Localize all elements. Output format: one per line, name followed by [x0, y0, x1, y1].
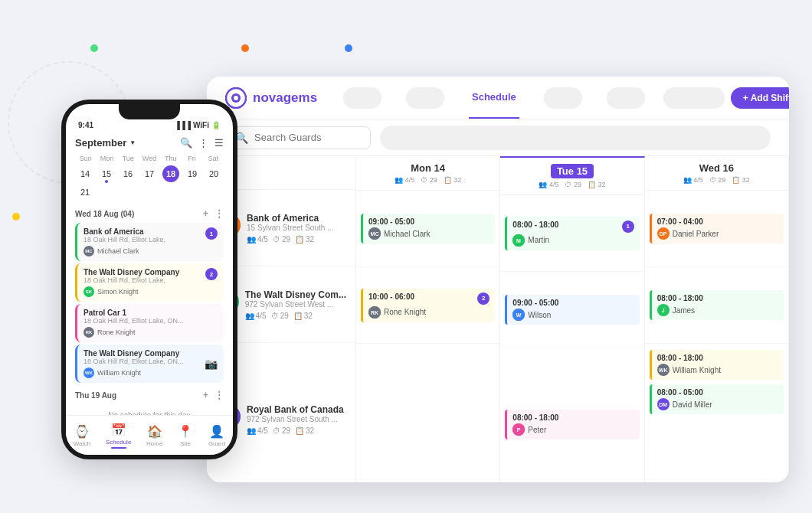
phone-header-icons: 🔍 ⋮ ☰ [180, 137, 224, 149]
deco-dot-blue [345, 44, 352, 52]
tab-schedule[interactable]: Schedule [469, 77, 519, 119]
day-name-wed: Wed 16 [648, 162, 785, 174]
menu-icon[interactable]: ☰ [214, 137, 224, 149]
phone-guard-boa: MC Michael Clark [83, 246, 218, 256]
shift-boa-tue: 08:00 - 18:00 1 M Martin [500, 195, 643, 272]
add-icon[interactable]: + [203, 208, 208, 219]
cal-days: 14 15 16 17 18 19 20 21 [75, 165, 224, 201]
bottom-tab-watch[interactable]: ⌚ Watch [74, 424, 90, 447]
add-shift-button[interactable]: + Add Shift [731, 87, 789, 109]
cal-day-16[interactable]: 16 [120, 165, 136, 182]
shift-card-disney-tue[interactable]: 09:00 - 05:00 W Wilson [505, 295, 639, 325]
logo-icon [225, 87, 247, 109]
bottom-tab-home[interactable]: 🏠 Home [146, 424, 162, 447]
add-icon-thu[interactable]: + [203, 390, 208, 400]
shift-disney-mon: 10:00 - 06:00 2 RK Rone Knight [356, 267, 499, 344]
phone-badge-boa: 1 [205, 227, 218, 240]
more-icon[interactable]: ⋮ [198, 137, 208, 149]
phone-shift-disney[interactable]: The Walt Disney Company 18 Oak Hill Rd, … [75, 263, 224, 302]
more-section-icon-thu[interactable]: ⋮ [214, 390, 224, 400]
shift-card-boa-mon[interactable]: 09:00 - 05:00 MC Michael Clark [361, 214, 495, 243]
phone-notch [119, 104, 180, 119]
month-title: September ▼ [75, 137, 136, 149]
day-header-tue: Tue 15 👥 4/5 ⏱ 29 📋 32 [500, 158, 643, 195]
site-addr-boa: 15 Sylvan Street South ... [247, 224, 333, 232]
mon-cells: 09:00 - 05:00 MC Michael Clark [356, 191, 499, 482]
phone-bottom-bar: ⌚ Watch 📅 Schedule 🏠 Home 📍 Site 👤 Guard [66, 415, 233, 455]
cal-day-20[interactable]: 20 [205, 165, 222, 182]
section-icons-thu: + ⋮ [203, 390, 224, 400]
shift-card-boa-wed[interactable]: 07:00 - 04:00 DP Daniel Parker [650, 214, 784, 243]
search-box[interactable]: 🔍 [225, 126, 371, 149]
bottom-tab-guard[interactable]: 👤 Guard [208, 424, 225, 447]
bottom-tab-schedule[interactable]: 📅 Schedule [106, 423, 131, 449]
tab-pill-2 [406, 87, 444, 109]
phone-guard-disney2: WK William Knight [83, 368, 184, 378]
phone-addr-disney2: 18 Oak Hill Rd, Elliot Lake, ON... [83, 358, 184, 365]
phone-company-disney: The Walt Disney Company [83, 268, 179, 276]
shift-time-disney-wed: 08:00 - 18:00 [657, 294, 778, 302]
shift-time-disney-tue: 09:00 - 05:00 [512, 299, 634, 307]
avatar-michael: MC [368, 227, 381, 240]
empty-rbc-mon [356, 344, 499, 482]
badge-boa-tue: 1 [622, 221, 634, 233]
svg-text:P: P [517, 427, 521, 433]
phone-calendar: Sun Mon Tue Wed Thu Fri Sat 14 15 16 17 … [66, 152, 233, 204]
guard-name-martin: Martin [528, 236, 549, 244]
phone-shift-patrol[interactable]: Patrol Car 1 18 Oak Hill Rd, Elliot Lake… [75, 304, 224, 342]
site-meta-disney: 👥 4/5 ⏱ 29 📋 32 [245, 312, 346, 320]
tab-label-schedule: Schedule [106, 439, 131, 446]
phone-section-wed: Wed 18 Aug (04) + ⋮ [66, 204, 233, 221]
cal-day-15[interactable]: 15 [98, 165, 115, 182]
tab-label-home: Home [146, 440, 162, 447]
tab-pill-3 [544, 87, 582, 109]
shift-guard-rbc-wed-2: DM David Miller [657, 398, 778, 410]
col-wed16: Wed 16 👥 4/5 ⏱ 29 📋 32 07:00 - 04:00 DP [645, 156, 789, 482]
shift-time-boa-wed: 07:00 - 04:00 [657, 217, 778, 226]
cal-day-19[interactable]: 19 [184, 165, 201, 182]
tue-cells: 08:00 - 18:00 1 M Martin [500, 195, 643, 482]
shift-time-rbc-wed-1: 08:00 - 18:00 [657, 354, 778, 362]
phone-shift-boa[interactable]: Bank of America 18 Oak Hill Rd, Elliot L… [75, 223, 224, 261]
shift-guard-boa-wed: DP Daniel Parker [657, 227, 778, 240]
avatar-david: DM [657, 398, 670, 410]
tab-bar: Schedule [343, 77, 645, 119]
shift-card-rbc-wed-2[interactable]: 08:00 - 05:00 DM David Miller [650, 384, 784, 414]
search-icon-phone[interactable]: 🔍 [180, 137, 192, 149]
guard-name-james: James [673, 306, 695, 315]
shift-card-boa-tue[interactable]: 08:00 - 18:00 1 M Martin [505, 217, 639, 250]
month-label: September [75, 137, 126, 149]
shift-card-rbc-tue[interactable]: 08:00 - 18:00 P Peter [505, 410, 639, 439]
search-input[interactable] [254, 132, 361, 143]
shift-time-rbc-wed-2: 08:00 - 05:00 [657, 388, 778, 397]
site-icon: 📍 [178, 424, 193, 439]
shift-card-rbc-wed-1[interactable]: 08:00 - 18:00 WK William Knight [650, 350, 784, 380]
cal-day-21[interactable]: 21 [77, 184, 93, 201]
avatar-peter: P [512, 423, 525, 436]
shift-guard-disney-tue: W Wilson [512, 309, 634, 321]
shift-card-disney-wed[interactable]: 08:00 - 18:00 J James [650, 290, 784, 320]
svg-text:RK: RK [371, 310, 378, 315]
svg-text:W: W [516, 312, 522, 318]
day-header-wed: Wed 16 👥 4/5 ⏱ 29 📋 32 [645, 156, 788, 191]
phone-shift-disney2[interactable]: The Walt Disney Company 18 Oak Hill Rd, … [75, 345, 224, 383]
cal-day-17[interactable]: 17 [141, 165, 158, 182]
phone-company-patrol: Patrol Car 1 [83, 309, 218, 317]
cal-day-18[interactable]: 18 [162, 165, 179, 182]
bottom-tab-site[interactable]: 📍 Site [178, 424, 193, 447]
shift-time-disney-mon: 10:00 - 06:00 [368, 292, 414, 301]
cal-day-14[interactable]: 14 [77, 165, 93, 182]
site-name-disney: The Walt Disney Com... [245, 289, 346, 300]
badge-disney-mon: 2 [477, 292, 489, 305]
shift-guard-disney-wed: J James [657, 304, 778, 316]
guard-name-william: William Knight [673, 366, 721, 374]
shift-card-disney-mon[interactable]: 10:00 - 06:00 2 RK Rone Knight [361, 289, 495, 322]
day-name-tue: Tue 15 [551, 164, 594, 178]
day-header-mon: Mon 14 👥 4/5 ⏱ 29 📋 32 [356, 156, 499, 191]
guard-name-rone: Rone Knight [384, 308, 426, 316]
phone-month-header: September ▼ 🔍 ⋮ ☰ [66, 134, 233, 152]
tablet-header: novagems Schedule + Add Shift [207, 77, 789, 119]
more-section-icon[interactable]: ⋮ [214, 208, 224, 219]
shift-boa-mon: 09:00 - 05:00 MC Michael Clark [356, 191, 499, 267]
col-mon14: Mon 14 👥 4/5 ⏱ 29 📋 32 09:00 - 05:00 [356, 156, 500, 482]
